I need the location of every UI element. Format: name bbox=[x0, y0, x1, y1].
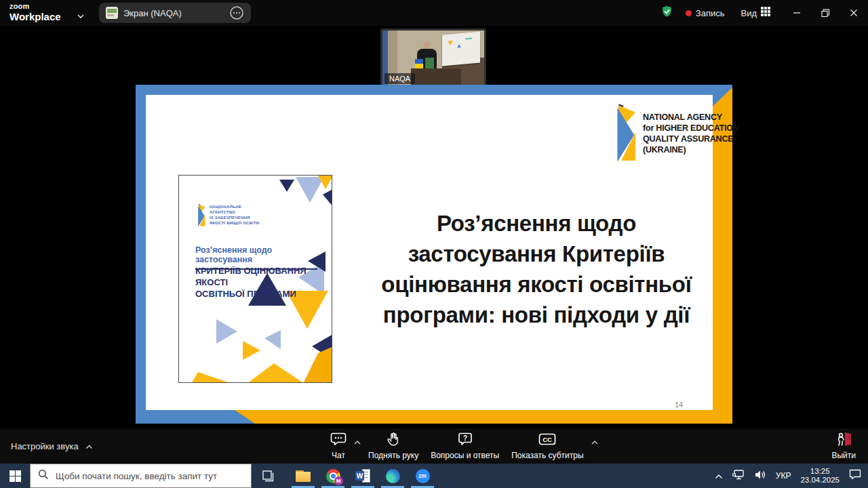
cover-org-line: АГЕНТСТВО bbox=[210, 209, 259, 215]
edge-taskbar-button[interactable] bbox=[378, 464, 408, 488]
ukraine-flag bbox=[415, 59, 423, 68]
system-tray: УКР 13:25 23.04.2025 bbox=[715, 464, 868, 488]
document-cover: НАЦІОНАЛЬНЕ АГЕНТСТВО ІЗ ЗАБЕЗПЕЧЕННЯ ЯК… bbox=[178, 175, 332, 383]
chat-label: Чат bbox=[332, 451, 345, 460]
zoom-toolbar: Настройки звука Чат Поднять руку bbox=[0, 428, 868, 464]
participant-name-badge: NAQA bbox=[384, 73, 415, 84]
recording-indicator[interactable]: Запись bbox=[686, 8, 725, 18]
chevron-down-icon[interactable] bbox=[77, 9, 85, 22]
svg-text:?: ? bbox=[463, 434, 467, 442]
view-button[interactable]: Вид bbox=[741, 7, 770, 19]
cover-org-line: ІЗ ЗАБЕЗПЕЧЕННЯ bbox=[210, 215, 259, 220]
audio-settings-label: Настройки звука bbox=[11, 441, 79, 451]
captions-label: Показать субтитры bbox=[511, 451, 583, 460]
cover-title: КРИТЕРІЇВ ОЦІНЮВАННЯ ЯКОСТІ ОСВІТНЬОЇ ПР… bbox=[195, 265, 324, 300]
naqa-logo-glyph bbox=[610, 104, 636, 163]
clock-date: 23.04.2025 bbox=[800, 476, 840, 485]
zoom-meeting-window: zoom Workplace Экран (NAQA) Запись Вид bbox=[0, 0, 868, 488]
word-taskbar-button[interactable]: W bbox=[348, 464, 378, 488]
task-view-icon bbox=[262, 470, 274, 482]
network-icon[interactable] bbox=[732, 470, 745, 483]
speaker-icon[interactable] bbox=[755, 470, 766, 483]
slide-title-line: оцінювання якості освітньої bbox=[372, 269, 701, 300]
chrome-taskbar-button[interactable]: M bbox=[318, 464, 348, 488]
cover-org-line: ЯКОСТІ ВИЩОЇ ОСВІТИ bbox=[210, 220, 259, 226]
windows-logo-icon bbox=[9, 470, 21, 482]
chat-icon bbox=[330, 432, 347, 449]
view-label: Вид bbox=[741, 8, 757, 18]
toolbar-center-buttons: Чат Поднять руку ? Вопросы и ответы CC bbox=[324, 428, 599, 464]
task-view-button[interactable] bbox=[254, 464, 281, 488]
zoom-taskbar-button[interactable]: zm bbox=[408, 464, 437, 488]
agency-text-line: NATIONAL AGENCY bbox=[643, 112, 739, 123]
captions-chevron-up-icon[interactable] bbox=[590, 435, 599, 447]
naqa-logo-glyph-small bbox=[195, 204, 205, 227]
clock[interactable]: 13:25 23.04.2025 bbox=[800, 467, 840, 485]
chat-button[interactable]: Чат bbox=[324, 432, 353, 460]
leave-door-icon bbox=[835, 432, 852, 449]
zoom-app-icon: zm bbox=[416, 469, 430, 483]
qa-button[interactable]: ? Вопросы и ответы bbox=[425, 432, 505, 460]
recording-label: Запись bbox=[696, 8, 725, 18]
titlebar-right-controls: Запись Вид bbox=[660, 0, 868, 26]
raise-hand-label: Поднять руку bbox=[368, 451, 418, 460]
slide-title-line: Роз’яснення щодо bbox=[372, 208, 701, 239]
slide-title: Роз’яснення щодо застосування Критеріїв … bbox=[372, 208, 701, 330]
speaker-video-thumbnail[interactable]: NAQA bbox=[380, 28, 486, 88]
slide-title-line: застосування Критеріїв bbox=[372, 239, 701, 269]
gmail-badge-icon: M bbox=[334, 476, 343, 485]
leave-label: Выйти bbox=[831, 451, 856, 460]
restore-button[interactable] bbox=[811, 0, 840, 26]
captions-button[interactable]: CC Показать субтитры bbox=[505, 432, 589, 460]
slide-page-number: 14 bbox=[675, 401, 683, 409]
zoom-titlebar: zoom Workplace Экран (NAQA) Запись Вид bbox=[0, 0, 868, 26]
windows-taskbar: Щоби почати пошук, введіть запит тут M W bbox=[0, 464, 868, 488]
agency-text-line: QUALITY ASSURANCE bbox=[643, 134, 739, 144]
chat-chevron-up-icon[interactable] bbox=[353, 435, 362, 447]
slide-title-line: програми: нові підходи у дії bbox=[372, 300, 701, 330]
agency-text-line: (UKRAINE) bbox=[643, 144, 739, 155]
search-icon bbox=[38, 469, 49, 483]
more-options-icon[interactable] bbox=[229, 5, 244, 20]
zoom-workplace-logo: zoom Workplace bbox=[9, 3, 61, 22]
hidden-icons-chevron-icon[interactable] bbox=[715, 470, 723, 482]
cover-org-line: НАЦІОНАЛЬНЕ bbox=[210, 204, 259, 209]
language-indicator[interactable]: УКР bbox=[776, 471, 791, 481]
search-placeholder-text: Щоби почати пошук, введіть запит тут bbox=[56, 471, 217, 481]
action-center-icon[interactable] bbox=[849, 469, 861, 483]
shared-slide: НАЦІОНАЛЬНЕ АГЕНТСТВО ІЗ ЗАБЕЗПЕЧЕННЯ ЯК… bbox=[136, 85, 732, 424]
window-controls bbox=[783, 0, 868, 26]
cover-title-line1: КРИТЕРІЇВ ОЦІНЮВАННЯ ЯКОСТІ bbox=[195, 265, 324, 288]
qa-label: Вопросы и ответы bbox=[431, 451, 499, 460]
leave-meeting-button[interactable]: Выйти bbox=[831, 428, 856, 464]
file-explorer-taskbar-button[interactable] bbox=[288, 464, 318, 488]
file-explorer-icon bbox=[296, 470, 311, 482]
grid-view-icon bbox=[761, 7, 770, 19]
minimize-button[interactable] bbox=[783, 0, 811, 26]
chevron-up-icon[interactable] bbox=[85, 441, 93, 451]
video-scene: NAQA bbox=[382, 30, 484, 86]
agency-text-line: for HIGHER EDUCATION bbox=[643, 123, 739, 134]
security-shield-icon[interactable] bbox=[660, 5, 673, 21]
cover-title-line2: ОСВІТНЬОЇ ПРОГРАМИ bbox=[195, 288, 324, 300]
brand-zoom: zoom bbox=[9, 3, 61, 10]
audio-settings-button[interactable]: Настройки звука bbox=[11, 428, 93, 464]
taskbar-apps: M W zm bbox=[288, 464, 437, 488]
chrome-icon: M bbox=[326, 469, 340, 483]
close-button[interactable] bbox=[840, 0, 868, 26]
green-flag bbox=[425, 58, 434, 68]
cover-naqa-logo: НАЦІОНАЛЬНЕ АГЕНТСТВО ІЗ ЗАБЕЗПЕЧЕННЯ ЯК… bbox=[195, 204, 259, 227]
video-projection-screen bbox=[442, 32, 480, 66]
brand-workplace: Workplace bbox=[9, 12, 61, 22]
shared-screen-thumbnail-icon bbox=[106, 7, 118, 19]
naqa-agency-logo: NATIONAL AGENCY for HIGHER EDUCATION QUA… bbox=[610, 104, 739, 163]
recording-dot-icon bbox=[686, 10, 692, 16]
shared-screen-tab-label: Экран (NAQA) bbox=[123, 8, 224, 18]
start-button[interactable] bbox=[0, 464, 30, 488]
svg-text:CC: CC bbox=[543, 436, 553, 443]
taskbar-search-box[interactable]: Щоби почати пошук, введіть запит тут bbox=[30, 464, 252, 488]
video-podium bbox=[411, 68, 461, 86]
shared-screen-tab[interactable]: Экран (NAQA) bbox=[99, 3, 251, 23]
raised-hand-icon bbox=[386, 432, 401, 449]
raise-hand-button[interactable]: Поднять руку bbox=[362, 432, 425, 460]
